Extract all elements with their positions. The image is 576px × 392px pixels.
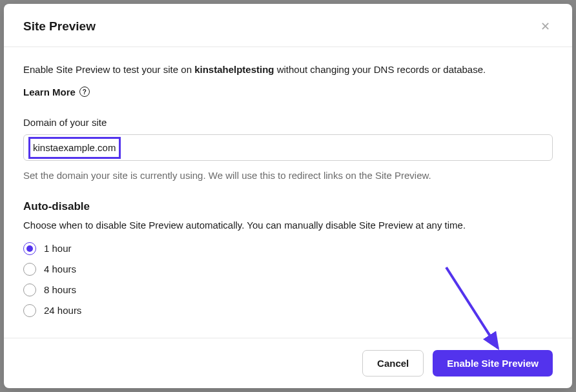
site-preview-modal: Site Preview ✕ Enable Site Preview to te… [4, 4, 572, 388]
radio-option-1hour[interactable]: 1 hour [23, 242, 553, 255]
auto-disable-desc: Choose when to disable Site Preview auto… [23, 220, 553, 231]
radio-label: 1 hour [44, 243, 72, 254]
radio-option-24hours[interactable]: 24 hours [23, 304, 553, 317]
cancel-button[interactable]: Cancel [362, 350, 424, 377]
domain-helper-text: Set the domain your site is currently us… [23, 170, 553, 181]
radio-label: 4 hours [44, 263, 76, 274]
learn-more-link[interactable]: Learn More ? [23, 87, 90, 98]
modal-body: Enable Site Preview to test your site on… [4, 47, 572, 338]
modal-title: Site Preview [23, 19, 96, 34]
enable-site-preview-button[interactable]: Enable Site Preview [433, 350, 553, 377]
modal-footer: Cancel Enable Site Preview [4, 338, 572, 388]
auto-disable-radio-group: 1 hour 4 hours 8 hours 24 hours [23, 242, 553, 317]
radio-option-4hours[interactable]: 4 hours [23, 263, 553, 276]
help-icon: ? [79, 87, 90, 97]
desc-suffix: without changing your DNS records or dat… [274, 64, 486, 75]
close-icon: ✕ [540, 20, 550, 33]
radio-option-8hours[interactable]: 8 hours [23, 284, 553, 296]
radio-icon [23, 304, 36, 317]
radio-label: 8 hours [44, 284, 76, 295]
desc-bold: kinstahelptesting [194, 64, 274, 75]
radio-icon [23, 242, 36, 255]
radio-label: 24 hours [44, 305, 81, 316]
learn-more-label: Learn More [23, 87, 76, 98]
modal-header: Site Preview ✕ [4, 4, 572, 47]
close-button[interactable]: ✕ [538, 18, 553, 35]
auto-disable-heading: Auto-disable [23, 200, 553, 213]
desc-prefix: Enable Site Preview to test your site on [23, 64, 194, 75]
description-text: Enable Site Preview to test your site on… [23, 63, 553, 77]
domain-field-label: Domain of your site [23, 117, 553, 128]
domain-input-wrapper [23, 134, 553, 161]
radio-icon [23, 263, 36, 276]
radio-icon [23, 284, 36, 296]
domain-input[interactable] [23, 134, 553, 161]
